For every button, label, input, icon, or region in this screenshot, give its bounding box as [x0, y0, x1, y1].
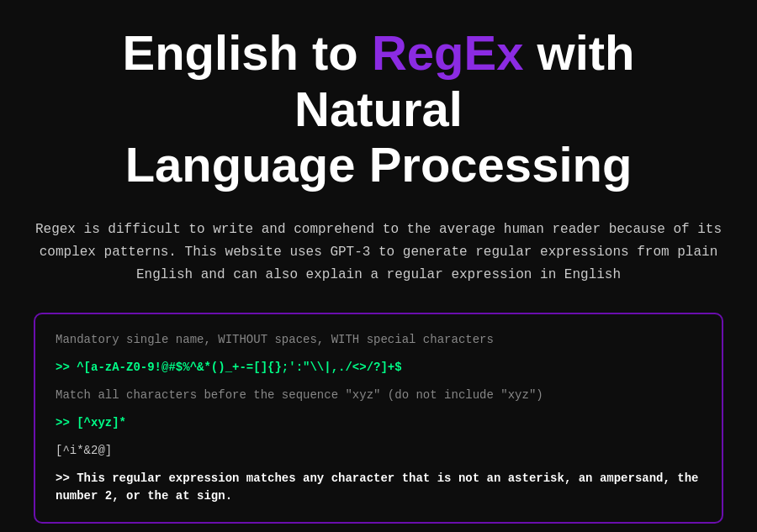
terminal-prompt-1: >> ^[a-zA-Z0-9!@#$%^&*()_+-=[]{};':"\\|,…	[56, 361, 402, 374]
description-section: Regex is difficult to write and comprehe…	[34, 219, 723, 287]
terminal-line-5: [^i*&2@]	[56, 442, 701, 460]
terminal-line-2: >> ^[a-zA-Z0-9!@#$%^&*()_+-=[]{};':"\\|,…	[56, 359, 701, 377]
terminal-line-6: >> This regular expression matches any c…	[56, 470, 701, 505]
main-title: English to RegEx with NaturalLanguage Pr…	[34, 25, 723, 193]
title-prefix: English to	[122, 25, 371, 80]
terminal-line-4: >> [^xyz]*	[56, 414, 701, 432]
title-highlight: RegEx	[372, 25, 524, 80]
terminal-comment-1: Mandatory single name, WITHOUT spaces, W…	[56, 333, 494, 346]
terminal-line-1: Mandatory single name, WITHOUT spaces, W…	[56, 331, 701, 349]
terminal-explanation: >> This regular expression matches any c…	[56, 471, 699, 503]
description-text: Regex is difficult to write and comprehe…	[34, 219, 723, 287]
terminal-line-3: Match all characters before the sequence…	[56, 387, 701, 404]
terminal-prompt-2: >> [^xyz]*	[56, 416, 126, 429]
terminal-comment-2: Match all characters before the sequence…	[56, 388, 543, 402]
terminal-box: Mandatory single name, WITHOUT spaces, W…	[34, 313, 723, 524]
terminal-result-1: [^i*&2@]	[56, 444, 112, 457]
title-section: English to RegEx with NaturalLanguage Pr…	[34, 25, 723, 193]
page-wrapper: English to RegEx with NaturalLanguage Pr…	[0, 0, 757, 532]
